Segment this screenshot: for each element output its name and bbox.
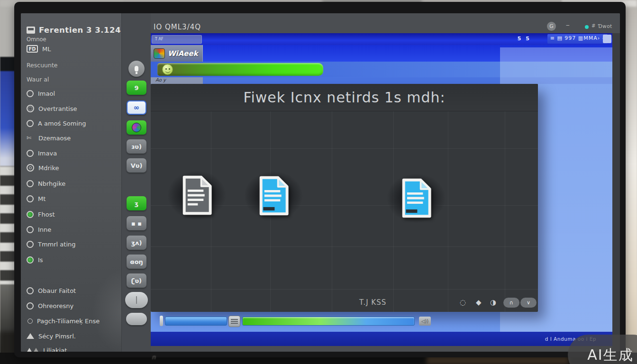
green-dot-icon (27, 256, 34, 264)
circle-icon (27, 150, 34, 157)
sidebar-item-ml[interactable]: FD ML (27, 44, 119, 54)
teal-status-dot (585, 25, 589, 29)
sidebar-section-waur-al[interactable]: Waur al (27, 74, 119, 84)
screen-right-edge (612, 33, 620, 352)
sidebar-item-label: Liliakiat (43, 347, 67, 352)
file-item-blue-1[interactable] (244, 171, 303, 220)
green-blue-progress-bar (242, 317, 415, 326)
sidebar-item-is[interactable]: Is (27, 255, 119, 265)
titlebar-corner-button[interactable] (603, 35, 611, 43)
sidebar-item-fhost[interactable]: Fhost (27, 209, 119, 219)
dialog: Fiwek Icnx netirds 1s mdh: (151, 84, 538, 312)
monitor-brand-logo: n (152, 354, 155, 361)
circle-icon (27, 287, 34, 294)
sub-tab[interactable]: Ao y (151, 77, 203, 84)
app-window: 5 5 ≡ ▤ 997 ▥MMA› ‹ T AF WiAeek (151, 33, 612, 346)
sidebar-item-label: Fhost (38, 211, 55, 218)
ai-generated-watermark: AI生成 (568, 335, 637, 364)
sidebar: Ferentien 3 3.124MGa Omnoe FD ML Rescuun… (21, 13, 121, 352)
pill-divider-button[interactable] (125, 292, 148, 308)
grip-button[interactable] (228, 316, 240, 327)
tape-button[interactable]: ɜʋ) (127, 139, 146, 154)
pie-circle-icon[interactable]: ◑ (490, 298, 496, 307)
sidebar-item-tmmrl-ating[interactable]: Tmmrl ating (27, 239, 119, 249)
tab-winek[interactable]: WiAeek (151, 45, 203, 62)
circle-icon (27, 302, 34, 309)
squares-button[interactable]: ▪ ▪ (127, 216, 146, 230)
sidebar-item-soming[interactable]: A amoś Soming (27, 118, 119, 128)
mountain-icon (27, 333, 34, 339)
document-gray-icon (178, 175, 215, 216)
microphone-icon (135, 66, 138, 72)
zeta-button[interactable]: ʒ (127, 196, 146, 210)
sidebar-item-nbrhgike[interactable]: Nbrhgike (27, 178, 119, 189)
grid-line (505, 111, 505, 312)
check-down-button[interactable]: ∨ (520, 298, 537, 308)
sidebar-item-label: Imaol (38, 90, 55, 97)
blue-progress-bar (165, 317, 227, 326)
sidebar-item-label: Nbrhgike (38, 180, 65, 187)
nine-button[interactable]: 9 (127, 81, 146, 95)
toolbar-column: 9 ∞ ɜʋ) Vʋ) ʒ ▪ ▪ ʒʌ) ɞoŋ ʗʋ) (121, 13, 151, 352)
grid-line (448, 111, 448, 312)
file-item-gray[interactable] (167, 171, 226, 220)
sidebar-item-label: Tmmrl ating (38, 241, 76, 248)
sidebar-item-label: Mt (38, 195, 46, 202)
sidebar-item-imaol[interactable]: Imaol (27, 88, 119, 99)
titlebar-icon-cluster[interactable]: ≡ ▤ 997 ▥MMA› ‹ (547, 34, 608, 44)
slider-handle[interactable] (160, 316, 163, 326)
divider-line-icon (136, 296, 137, 304)
sidebar-item-label: Inne (38, 226, 51, 233)
video-button[interactable]: Vʋ) (127, 158, 146, 173)
pill-blank-button[interactable] (126, 313, 147, 325)
green-dot-icon (27, 211, 34, 218)
speaker-icon[interactable]: ◁)) (419, 317, 431, 326)
sidebar-item-dzemaose[interactable]: ✄ Dzemaose (27, 133, 119, 143)
bottom-controls-row: ◁)) (151, 314, 612, 328)
document-blue-icon (255, 175, 292, 216)
link-button[interactable]: ∞ (127, 100, 146, 115)
small-tab[interactable]: T AF (152, 35, 202, 44)
sidebar-item-label: Waur al (27, 76, 49, 83)
cap-up-button[interactable]: ∩ (503, 298, 519, 308)
watermark-text: AI生成 (587, 346, 633, 364)
sidebar-item-mdrike[interactable]: Mdrike (27, 163, 119, 173)
diamond-icon[interactable]: ◆ (476, 298, 482, 307)
circle-icon (27, 318, 33, 324)
sidebar-item-inne[interactable]: Inne (27, 224, 119, 235)
sidebar-section-rescuunte[interactable]: Rescuunte (27, 60, 119, 70)
cv-button[interactable]: ʗʋ) (127, 273, 146, 288)
app-logo-icon (27, 27, 35, 34)
at-icon (27, 164, 34, 172)
microphone-button[interactable] (128, 61, 145, 77)
circle-icon (27, 90, 34, 97)
sidebar-item-mt[interactable]: Mt (27, 193, 119, 204)
dialog-status-text: T.J KSS (359, 298, 386, 307)
screen: Ferentien 3 3.124MGa Omnoe FD ML Rescuun… (21, 13, 620, 352)
minimize-icon[interactable]: ‒ (566, 22, 570, 28)
dotted-circle-icon[interactable]: ◌ (460, 298, 466, 307)
app-header: Ferentien 3 3.124MGa (27, 25, 119, 35)
swirl-icon (132, 123, 141, 132)
dialog-title: Fiwek Icnx netirds 1s mdh: (243, 89, 445, 106)
sidebar-item-label: ML (42, 46, 51, 53)
window-titlebar[interactable]: 5 5 ≡ ▤ 997 ▥MMA› ‹ (151, 33, 612, 45)
photo-of-monitor: n Ferentien 3 3.124MGa Omnoe FD ML Rescu… (0, 0, 637, 364)
swirl-button[interactable] (127, 120, 146, 135)
sidebar-item-liliakiat[interactable]: Liliakiat (27, 345, 119, 352)
sidebar-item-obaur-faitot[interactable]: Obaur Faitot (27, 285, 119, 296)
sidebar-item-pagch-tiliames[interactable]: Pagch-Tiliameķ Ense (27, 316, 119, 326)
circle-icon (27, 120, 34, 127)
sidebar-item-label: Sécy Pimsrl. (38, 333, 76, 340)
eon-button[interactable]: ɞoŋ (127, 255, 146, 269)
window-badge-icon[interactable]: G (547, 22, 556, 31)
hash-icon: # (592, 23, 595, 28)
sidebar-item-overtrantise[interactable]: Overtrantise (27, 103, 119, 114)
circle-icon (27, 241, 34, 248)
sidebar-item-imava[interactable]: Imava (27, 148, 119, 158)
sidebar-item-secy-pimsrl[interactable]: Sécy Pimsrl. (27, 331, 119, 341)
file-item-blue-2[interactable] (387, 173, 446, 223)
sidebar-item-ohreoresny[interactable]: Ohreoresny (27, 300, 119, 311)
zha-button[interactable]: ʒʌ) (127, 236, 146, 250)
dialog-titlebar: Fiwek Icnx netirds 1s mdh: (151, 84, 538, 111)
